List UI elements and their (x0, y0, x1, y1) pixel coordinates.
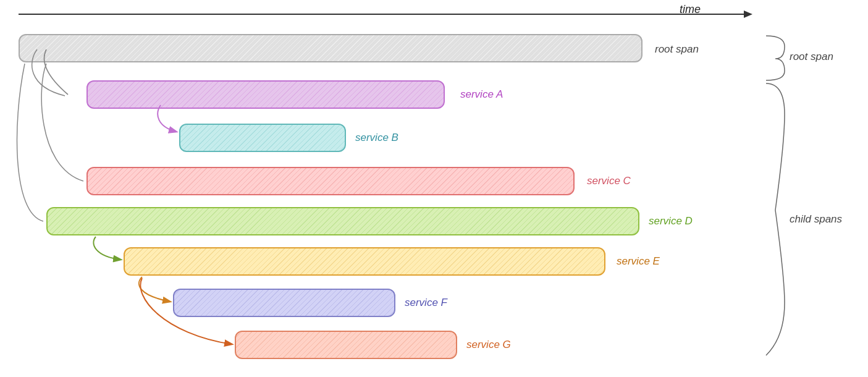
root-span-hatch (20, 35, 641, 61)
service-c-hatch (88, 168, 573, 194)
child-spans-brace-label: child spans (790, 213, 842, 226)
service-f-label: service F (405, 297, 447, 309)
service-g-label: service G (466, 339, 511, 351)
service-g-hatch (236, 332, 456, 358)
service-e-hatch (125, 248, 604, 274)
service-e-label: service E (617, 255, 660, 268)
service-c-label: service C (587, 175, 631, 187)
service-g-bar (235, 331, 457, 359)
root-span-label: root span (655, 43, 699, 56)
diagram: time service A service B service C servi… (0, 0, 868, 377)
service-b-hatch (180, 125, 345, 151)
service-d-label: service D (649, 215, 693, 227)
service-a-bar (86, 80, 445, 109)
service-a-hatch (88, 82, 444, 108)
time-label: time (680, 3, 701, 16)
service-c-bar (86, 167, 575, 195)
service-b-label: service B (355, 132, 398, 144)
root-span-brace-label: root span (790, 51, 833, 63)
service-f-hatch (174, 290, 394, 316)
service-d-hatch (48, 208, 638, 234)
service-e-bar (124, 247, 605, 276)
service-b-bar (179, 124, 346, 152)
service-a-label: service A (460, 88, 503, 101)
service-f-bar (173, 289, 395, 317)
root-span-bar (19, 34, 643, 62)
time-arrow (19, 14, 748, 15)
service-d-bar (46, 207, 639, 235)
